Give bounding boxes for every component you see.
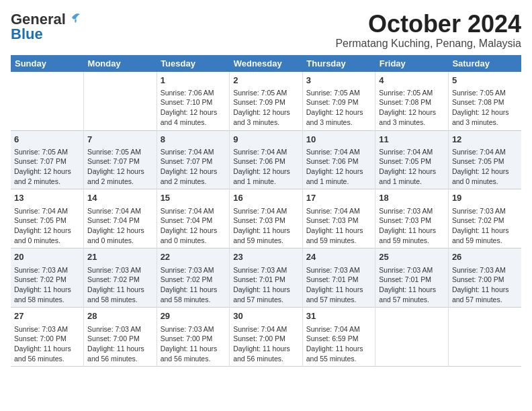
calendar-cell: 1Sunrise: 7:06 AM Sunset: 7:10 PM Daylig… xyxy=(157,72,230,130)
day-number: 14 xyxy=(87,192,153,204)
weekday-header: Tuesday xyxy=(157,55,230,72)
calendar-week-row: 13Sunrise: 7:04 AM Sunset: 7:05 PM Dayli… xyxy=(11,189,521,248)
location-text: Permatang Kuching, Penang, Malaysia xyxy=(335,38,521,50)
day-number: 12 xyxy=(452,134,518,146)
day-number: 21 xyxy=(87,251,153,263)
calendar-cell: 23Sunrise: 7:03 AM Sunset: 7:01 PM Dayli… xyxy=(230,248,303,308)
day-info: Sunrise: 7:03 AM Sunset: 7:00 PM Dayligh… xyxy=(161,324,226,364)
day-info: Sunrise: 7:04 AM Sunset: 7:04 PM Dayligh… xyxy=(161,206,226,246)
day-info: Sunrise: 7:03 AM Sunset: 7:03 PM Dayligh… xyxy=(379,206,445,246)
day-number: 25 xyxy=(379,251,445,263)
calendar-week-row: 1Sunrise: 7:06 AM Sunset: 7:10 PM Daylig… xyxy=(11,72,521,130)
title-section: October 2024 Permatang Kuching, Penang, … xyxy=(335,11,521,50)
calendar-table: SundayMondayTuesdayWednesdayThursdayFrid… xyxy=(11,55,521,367)
day-number: 16 xyxy=(233,192,299,204)
calendar-cell: 18Sunrise: 7:03 AM Sunset: 7:03 PM Dayli… xyxy=(375,189,449,248)
day-number: 31 xyxy=(306,310,372,322)
day-number: 26 xyxy=(452,251,518,263)
calendar-cell: 13Sunrise: 7:04 AM Sunset: 7:05 PM Dayli… xyxy=(11,189,84,248)
weekday-header: Monday xyxy=(84,55,157,72)
calendar-cell: 22Sunrise: 7:03 AM Sunset: 7:02 PM Dayli… xyxy=(157,248,230,308)
day-number: 4 xyxy=(379,75,445,87)
day-info: Sunrise: 7:03 AM Sunset: 7:01 PM Dayligh… xyxy=(379,265,445,305)
calendar-week-row: 6Sunrise: 7:05 AM Sunset: 7:07 PM Daylig… xyxy=(11,130,521,189)
calendar-cell: 28Sunrise: 7:03 AM Sunset: 7:00 PM Dayli… xyxy=(84,308,157,367)
day-info: Sunrise: 7:04 AM Sunset: 7:00 PM Dayligh… xyxy=(233,324,299,364)
calendar-cell: 8Sunrise: 7:04 AM Sunset: 7:07 PM Daylig… xyxy=(157,130,230,189)
day-number: 24 xyxy=(306,251,372,263)
day-number: 13 xyxy=(14,192,80,204)
day-number: 9 xyxy=(233,134,299,146)
calendar-cell xyxy=(448,308,521,367)
calendar-cell: 11Sunrise: 7:04 AM Sunset: 7:05 PM Dayli… xyxy=(375,130,449,189)
day-number: 1 xyxy=(161,75,226,87)
calendar-cell xyxy=(84,72,157,130)
day-info: Sunrise: 7:04 AM Sunset: 7:06 PM Dayligh… xyxy=(233,147,299,187)
day-number: 6 xyxy=(14,134,80,146)
calendar-cell: 2Sunrise: 7:05 AM Sunset: 7:09 PM Daylig… xyxy=(230,72,303,130)
weekday-header: Thursday xyxy=(302,55,375,72)
calendar-cell: 25Sunrise: 7:03 AM Sunset: 7:01 PM Dayli… xyxy=(375,248,449,308)
calendar-week-row: 20Sunrise: 7:03 AM Sunset: 7:02 PM Dayli… xyxy=(11,248,521,308)
calendar-cell: 10Sunrise: 7:04 AM Sunset: 7:06 PM Dayli… xyxy=(302,130,375,189)
day-info: Sunrise: 7:03 AM Sunset: 7:02 PM Dayligh… xyxy=(452,206,518,246)
day-info: Sunrise: 7:03 AM Sunset: 7:02 PM Dayligh… xyxy=(161,265,226,305)
weekday-header: Friday xyxy=(375,55,449,72)
day-info: Sunrise: 7:03 AM Sunset: 7:00 PM Dayligh… xyxy=(14,324,80,364)
calendar-cell: 14Sunrise: 7:04 AM Sunset: 7:04 PM Dayli… xyxy=(84,189,157,248)
day-info: Sunrise: 7:04 AM Sunset: 7:05 PM Dayligh… xyxy=(14,206,80,246)
calendar-cell: 4Sunrise: 7:05 AM Sunset: 7:08 PM Daylig… xyxy=(375,72,449,130)
calendar-cell xyxy=(375,308,449,367)
calendar-cell: 9Sunrise: 7:04 AM Sunset: 7:06 PM Daylig… xyxy=(230,130,303,189)
calendar-cell: 20Sunrise: 7:03 AM Sunset: 7:02 PM Dayli… xyxy=(11,248,84,308)
month-title: October 2024 xyxy=(335,11,521,38)
weekday-header: Wednesday xyxy=(230,55,303,72)
day-number: 23 xyxy=(233,251,299,263)
day-info: Sunrise: 7:04 AM Sunset: 7:03 PM Dayligh… xyxy=(306,206,372,246)
logo-bird-icon xyxy=(66,11,81,26)
calendar-cell: 7Sunrise: 7:05 AM Sunset: 7:07 PM Daylig… xyxy=(84,130,157,189)
calendar-cell xyxy=(11,72,84,130)
calendar-cell: 26Sunrise: 7:03 AM Sunset: 7:00 PM Dayli… xyxy=(448,248,521,308)
weekday-row: SundayMondayTuesdayWednesdayThursdayFrid… xyxy=(11,55,521,72)
day-number: 27 xyxy=(14,310,80,322)
weekday-header: Saturday xyxy=(448,55,521,72)
calendar-cell: 27Sunrise: 7:03 AM Sunset: 7:00 PM Dayli… xyxy=(11,308,84,367)
calendar-cell: 31Sunrise: 7:04 AM Sunset: 6:59 PM Dayli… xyxy=(302,308,375,367)
calendar-body: 1Sunrise: 7:06 AM Sunset: 7:10 PM Daylig… xyxy=(11,72,521,367)
day-number: 10 xyxy=(306,134,372,146)
day-info: Sunrise: 7:03 AM Sunset: 7:00 PM Dayligh… xyxy=(452,265,518,305)
day-number: 22 xyxy=(161,251,226,263)
day-number: 8 xyxy=(161,134,226,146)
day-info: Sunrise: 7:04 AM Sunset: 7:04 PM Dayligh… xyxy=(87,206,153,246)
day-info: Sunrise: 7:05 AM Sunset: 7:07 PM Dayligh… xyxy=(87,147,153,187)
calendar-cell: 12Sunrise: 7:04 AM Sunset: 7:05 PM Dayli… xyxy=(448,130,521,189)
calendar-cell: 16Sunrise: 7:04 AM Sunset: 7:03 PM Dayli… xyxy=(230,189,303,248)
day-number: 3 xyxy=(306,75,372,87)
day-number: 5 xyxy=(452,75,518,87)
day-info: Sunrise: 7:04 AM Sunset: 7:07 PM Dayligh… xyxy=(161,147,226,187)
day-info: Sunrise: 7:04 AM Sunset: 6:59 PM Dayligh… xyxy=(306,324,372,364)
calendar-week-row: 27Sunrise: 7:03 AM Sunset: 7:00 PM Dayli… xyxy=(11,308,521,367)
logo-blue: Blue xyxy=(11,26,43,43)
day-info: Sunrise: 7:05 AM Sunset: 7:08 PM Dayligh… xyxy=(379,88,445,128)
day-info: Sunrise: 7:03 AM Sunset: 7:00 PM Dayligh… xyxy=(87,324,153,364)
calendar-cell: 3Sunrise: 7:05 AM Sunset: 7:09 PM Daylig… xyxy=(302,72,375,130)
day-number: 11 xyxy=(379,134,445,146)
day-number: 28 xyxy=(87,310,153,322)
day-info: Sunrise: 7:03 AM Sunset: 7:02 PM Dayligh… xyxy=(87,265,153,305)
calendar-cell: 19Sunrise: 7:03 AM Sunset: 7:02 PM Dayli… xyxy=(448,189,521,248)
day-number: 20 xyxy=(14,251,80,263)
day-number: 18 xyxy=(379,192,445,204)
day-info: Sunrise: 7:03 AM Sunset: 7:01 PM Dayligh… xyxy=(306,265,372,305)
day-number: 29 xyxy=(161,310,226,322)
logo: General Blue xyxy=(11,11,81,43)
day-info: Sunrise: 7:05 AM Sunset: 7:09 PM Dayligh… xyxy=(306,88,372,128)
day-number: 7 xyxy=(87,134,153,146)
calendar-header: SundayMondayTuesdayWednesdayThursdayFrid… xyxy=(11,55,521,72)
day-info: Sunrise: 7:03 AM Sunset: 7:02 PM Dayligh… xyxy=(14,265,80,305)
day-info: Sunrise: 7:05 AM Sunset: 7:07 PM Dayligh… xyxy=(14,147,80,187)
day-info: Sunrise: 7:04 AM Sunset: 7:06 PM Dayligh… xyxy=(306,147,372,187)
day-info: Sunrise: 7:03 AM Sunset: 7:01 PM Dayligh… xyxy=(233,265,299,305)
day-info: Sunrise: 7:04 AM Sunset: 7:05 PM Dayligh… xyxy=(452,147,518,187)
